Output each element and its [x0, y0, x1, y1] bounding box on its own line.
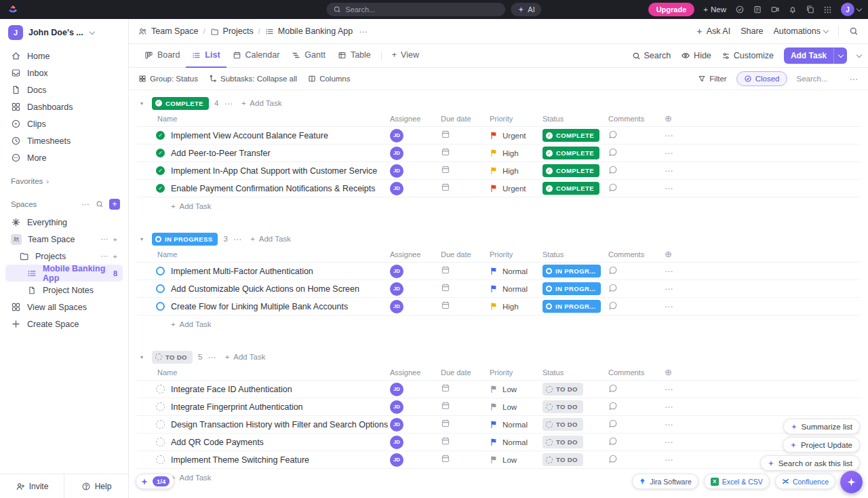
task-row[interactable]: ✓Enable Payment Confirmation Notificatio…: [137, 180, 860, 197]
global-search-input[interactable]: Search...: [326, 3, 505, 16]
status-badge[interactable]: IN PROGR...: [542, 300, 601, 313]
breadcrumb-projects[interactable]: Projects: [210, 26, 254, 36]
task-name[interactable]: Create Flow for Linking Multiple Bank Ac…: [171, 302, 348, 311]
sidebar-item-project-notes[interactable]: Project Notes: [5, 282, 123, 299]
sidebar-item-docs[interactable]: Docs: [5, 81, 123, 98]
team-space-add-icon[interactable]: +: [113, 235, 117, 244]
group-add-task-button[interactable]: + Add Task: [225, 353, 266, 361]
automations-button[interactable]: Automations: [774, 26, 828, 36]
status-badge[interactable]: TO DO: [542, 436, 583, 448]
add-column-button[interactable]: ⊕: [665, 249, 672, 259]
task-row[interactable]: ✓Implement In-App Chat Support with Cust…: [137, 162, 860, 180]
column-header-priority[interactable]: Priority: [490, 368, 542, 377]
status-badge[interactable]: IN PROGR...: [542, 265, 601, 277]
ai-button[interactable]: AI: [511, 3, 541, 16]
sidebar-item-create-space[interactable]: Create Space: [5, 315, 123, 332]
priority-cell[interactable]: Low: [490, 385, 542, 394]
column-header-assignee[interactable]: Assignee: [390, 115, 441, 123]
task-inprogress-icon[interactable]: [156, 267, 165, 275]
favorites-section[interactable]: Favorites ›: [0, 177, 128, 185]
filter-button[interactable]: Filter: [698, 75, 727, 83]
search-ask-list-button[interactable]: Search or ask this list: [760, 455, 860, 471]
collapse-group-icon[interactable]: ▾: [137, 100, 146, 107]
task-row[interactable]: Integrate Fingerprint AuthenticationJDLo…: [137, 398, 860, 416]
status-badge[interactable]: TO DO: [542, 453, 583, 466]
hide-button[interactable]: Hide: [681, 51, 711, 60]
assignee-avatar[interactable]: JD: [390, 300, 403, 313]
task-menu-icon[interactable]: ⋯: [665, 284, 692, 294]
assignee-avatar[interactable]: JD: [390, 400, 403, 414]
group-add-task-button[interactable]: + Add Task: [250, 235, 291, 243]
task-row[interactable]: Integrate Face ID AuthenticationJDLowTO …: [137, 381, 860, 398]
due-date-cell[interactable]: [441, 165, 490, 176]
apps-grid-icon[interactable]: [823, 5, 832, 14]
priority-cell[interactable]: Low: [490, 402, 542, 411]
group-menu-icon[interactable]: ⋯: [208, 352, 217, 362]
priority-cell[interactable]: Normal: [490, 267, 542, 275]
sidebar-item-view-all-spaces[interactable]: View all Spaces: [5, 299, 123, 315]
closed-filter-toggle[interactable]: Closed: [736, 71, 787, 86]
list-search-input[interactable]: Search...: [797, 75, 840, 83]
column-header-due-date[interactable]: Due date: [441, 368, 490, 377]
group-status-badge[interactable]: ✓COMPLETE: [152, 97, 209, 110]
collapse-group-icon[interactable]: ▾: [137, 236, 146, 242]
task-menu-icon[interactable]: ⋯: [665, 266, 692, 276]
add-task-button[interactable]: Add Task: [784, 47, 847, 64]
user-menu[interactable]: J: [841, 3, 861, 16]
task-menu-icon[interactable]: ⋯: [665, 437, 692, 447]
sidebar-item-inbox[interactable]: Inbox: [5, 64, 123, 81]
task-name[interactable]: Integrate Fingerprint Authentication: [171, 402, 303, 412]
files-icon[interactable]: [806, 5, 815, 14]
comments-cell[interactable]: [608, 419, 665, 430]
comments-cell[interactable]: [608, 283, 665, 294]
task-todo-icon[interactable]: [156, 455, 165, 464]
assignee-avatar[interactable]: JD: [390, 129, 403, 142]
sidebar-item-everything[interactable]: Everything: [5, 214, 123, 231]
task-name[interactable]: Add Peer-to-Peer Transfer: [171, 149, 271, 158]
column-header-status[interactable]: Status: [542, 115, 608, 123]
priority-cell[interactable]: Normal: [490, 420, 542, 429]
task-name[interactable]: Add QR Code Payments: [171, 438, 264, 447]
toolbar-menu-icon[interactable]: ⋯: [850, 74, 859, 84]
comments-cell[interactable]: [608, 454, 665, 465]
comments-cell[interactable]: [608, 436, 665, 448]
list-search-button[interactable]: Search: [632, 51, 671, 60]
task-inprogress-icon[interactable]: [156, 302, 165, 311]
tab-list[interactable]: List: [186, 44, 226, 68]
column-header-comments[interactable]: Comments: [608, 368, 665, 377]
task-name[interactable]: Enable Payment Confirmation Notification…: [171, 184, 376, 193]
share-button[interactable]: Share: [741, 26, 763, 36]
columns-button[interactable]: Columns: [308, 75, 350, 83]
sidebar-item-timesheets[interactable]: Timesheets: [5, 132, 123, 149]
column-header-due-date[interactable]: Due date: [441, 115, 490, 123]
task-row[interactable]: Design Transaction History with Filter a…: [137, 416, 860, 434]
due-date-cell[interactable]: [441, 436, 490, 448]
group-status-badge[interactable]: TO DO: [152, 351, 193, 364]
task-name[interactable]: Add Customizable Quick Actions on Home S…: [171, 284, 359, 294]
status-badge[interactable]: TO DO: [542, 383, 583, 396]
comments-cell[interactable]: [608, 165, 665, 176]
assignee-avatar[interactable]: JD: [390, 164, 403, 178]
column-header-name[interactable]: Name: [137, 250, 390, 258]
due-date-cell[interactable]: [441, 130, 490, 141]
add-task-dropdown[interactable]: [833, 47, 847, 64]
priority-cell[interactable]: High: [490, 166, 542, 175]
project-update-button[interactable]: Project Update: [783, 437, 860, 453]
priority-cell[interactable]: High: [490, 302, 542, 311]
sidebar-item-team-space[interactable]: Team Space ⋯ +: [5, 231, 123, 248]
task-complete-icon[interactable]: ✓: [156, 166, 165, 175]
due-date-cell[interactable]: [441, 301, 490, 312]
assignee-avatar[interactable]: JD: [390, 436, 403, 449]
task-name[interactable]: Implement Theme Switching Feature: [171, 455, 309, 465]
task-menu-icon[interactable]: ⋯: [665, 455, 692, 465]
breadcrumb-menu-icon[interactable]: ⋯: [359, 26, 368, 37]
ai-assistant-button[interactable]: [840, 471, 863, 493]
task-name[interactable]: Implement Multi-Factor Authentication: [171, 267, 313, 276]
priority-cell[interactable]: Urgent: [490, 131, 542, 140]
status-badge[interactable]: TO DO: [542, 418, 583, 431]
sidebar-item-mobile-banking-app[interactable]: Mobile Banking App 8: [5, 265, 123, 282]
add-task-row[interactable]: + Add Task: [137, 197, 868, 215]
task-inprogress-icon[interactable]: [156, 284, 165, 293]
group-add-task-button[interactable]: + Add Task: [241, 99, 282, 107]
collapse-group-icon[interactable]: ▾: [137, 354, 146, 360]
